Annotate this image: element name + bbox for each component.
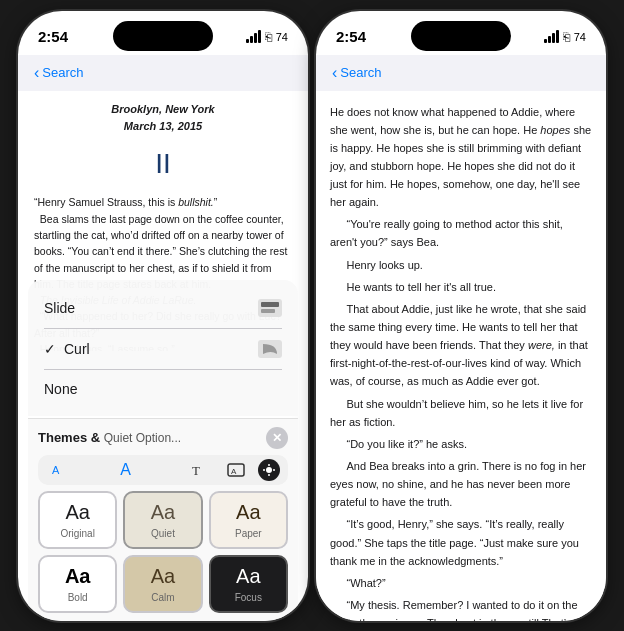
theme-paper-label: Paper — [235, 528, 262, 539]
right-signal-icon — [544, 30, 559, 43]
theme-bold[interactable]: Aa Bold — [38, 555, 117, 613]
dynamic-island — [113, 21, 213, 51]
right-para-5: That about Addie, just like he wrote, th… — [330, 300, 592, 391]
left-status-time: 2:54 — [38, 28, 68, 45]
theme-calm-label: Calm — [151, 592, 174, 603]
battery-icon: 74 — [276, 31, 288, 43]
right-para-2: “You're really going to method actor thi… — [330, 215, 592, 251]
theme-calm-aa: Aa — [151, 565, 175, 588]
slide-option-slide[interactable]: Slide — [28, 288, 298, 328]
left-phone: 2:54 ⎗ 74 ‹ Search Brooklyn, Ne — [18, 11, 308, 621]
right-para-10: “What?” — [330, 574, 592, 592]
themes-title-block: Themes & Quiet Option... — [38, 430, 181, 445]
right-dynamic-island — [411, 21, 511, 51]
right-back-button[interactable]: ‹ Search — [332, 64, 382, 82]
wifi-icon: ⎗ — [265, 30, 272, 44]
font-icon-group: T A — [186, 459, 280, 481]
curl-icon — [258, 340, 282, 358]
themes-header: Themes & Quiet Option... ✕ — [38, 427, 288, 449]
right-para-7: “Do you like it?” he asks. — [330, 435, 592, 453]
right-book-content: He does not know what happened to Addie,… — [316, 91, 606, 621]
theme-grid: Aa Original Aa Quiet Aa Paper Aa Bold — [38, 491, 288, 613]
checkmark-icon: ✓ — [44, 341, 56, 357]
theme-paper-aa: Aa — [236, 501, 260, 524]
chevron-left-icon: ‹ — [34, 64, 39, 82]
brightness-icon[interactable] — [258, 459, 280, 481]
slide-menu: Slide ✓ Curl None — [28, 280, 298, 416]
font-increase-button[interactable]: A — [114, 459, 137, 481]
right-wifi-icon: ⎗ — [563, 30, 570, 44]
left-back-label: Search — [42, 65, 83, 80]
svg-text:T: T — [192, 463, 200, 478]
slide-icon — [258, 299, 282, 317]
left-back-button[interactable]: ‹ Search — [34, 64, 84, 82]
signal-icon — [246, 30, 261, 43]
svg-point-5 — [266, 467, 272, 473]
theme-paper[interactable]: Aa Paper — [209, 491, 288, 549]
right-status-icons: ⎗ 74 — [544, 30, 586, 44]
theme-bold-aa: Aa — [65, 565, 91, 588]
font-style-icon[interactable]: T — [186, 459, 214, 481]
right-para-4: He wants to tell her it's all true. — [330, 278, 592, 296]
right-phone: 2:54 ⎗ 74 ‹ Search He does not — [316, 11, 606, 621]
theme-original-label: Original — [60, 528, 94, 539]
theme-focus[interactable]: Aa Focus — [209, 555, 288, 613]
right-back-label: Search — [340, 65, 381, 80]
theme-bold-label: Bold — [68, 592, 88, 603]
book-location: Brooklyn, New YorkMarch 13, 2015 — [34, 101, 292, 136]
theme-original[interactable]: Aa Original — [38, 491, 117, 549]
right-book-text: He does not know what happened to Addie,… — [316, 91, 606, 621]
none-label: None — [44, 381, 77, 397]
theme-quiet[interactable]: Aa Quiet — [123, 491, 202, 549]
font-controls-row: A A T A — [38, 455, 288, 485]
left-nav-bar: ‹ Search — [18, 55, 308, 91]
right-para-11: “My thesis. Remember? I wanted to do it … — [330, 596, 592, 620]
right-chevron-left-icon: ‹ — [332, 64, 337, 82]
svg-text:A: A — [231, 467, 237, 476]
right-para-6: But she wouldn’t believe him, so he lets… — [330, 395, 592, 431]
theme-quiet-label: Quiet — [151, 528, 175, 539]
font-decrease-button[interactable]: A — [46, 462, 65, 478]
slide-label: Slide — [44, 300, 75, 316]
theme-focus-aa: Aa — [236, 565, 260, 588]
phones-container: 2:54 ⎗ 74 ‹ Search Brooklyn, Ne — [18, 11, 606, 621]
svg-rect-1 — [261, 309, 275, 313]
book-chapter: II — [34, 142, 292, 187]
right-para-1: He does not know what happened to Addie,… — [330, 103, 592, 212]
theme-quiet-aa: Aa — [151, 501, 175, 524]
right-nav-bar: ‹ Search — [316, 55, 606, 91]
theme-focus-label: Focus — [235, 592, 262, 603]
svg-rect-0 — [261, 302, 279, 307]
font-type-icon[interactable]: A — [222, 459, 250, 481]
slide-option-none[interactable]: None — [28, 370, 298, 408]
right-para-8: And Bea breaks into a grin. There is no … — [330, 457, 592, 511]
theme-original-aa: Aa — [65, 501, 89, 524]
left-status-icons: ⎗ 74 — [246, 30, 288, 44]
themes-title: Themes & Quiet Option... — [38, 430, 181, 445]
theme-calm[interactable]: Aa Calm — [123, 555, 202, 613]
right-para-3: Henry looks up. — [330, 256, 592, 274]
close-button[interactable]: ✕ — [266, 427, 288, 449]
themes-panel: Themes & Quiet Option... ✕ A A T A — [28, 418, 298, 621]
right-para-9: “It’s good, Henry,” she says. “It’s real… — [330, 515, 592, 569]
overlay-panel: Slide ✓ Curl None — [18, 280, 308, 621]
right-battery-icon: 74 — [574, 31, 586, 43]
curl-label: Curl — [64, 341, 258, 357]
slide-option-curl[interactable]: ✓ Curl — [28, 329, 298, 369]
right-status-time: 2:54 — [336, 28, 366, 45]
